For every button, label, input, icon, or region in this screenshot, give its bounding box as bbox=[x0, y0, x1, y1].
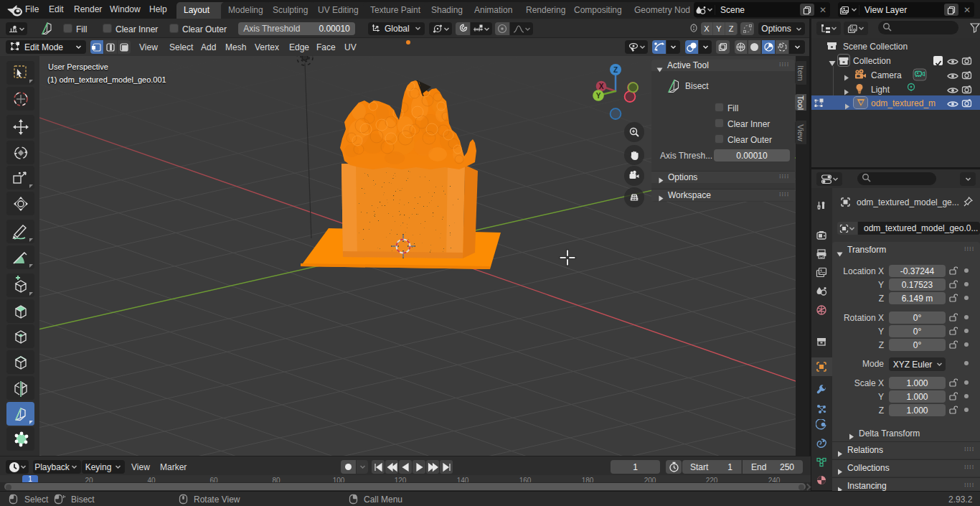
svg-text:Z: Z bbox=[613, 66, 618, 74]
svg-text:X: X bbox=[599, 83, 604, 90]
svg-text:Y: Y bbox=[596, 92, 601, 100]
